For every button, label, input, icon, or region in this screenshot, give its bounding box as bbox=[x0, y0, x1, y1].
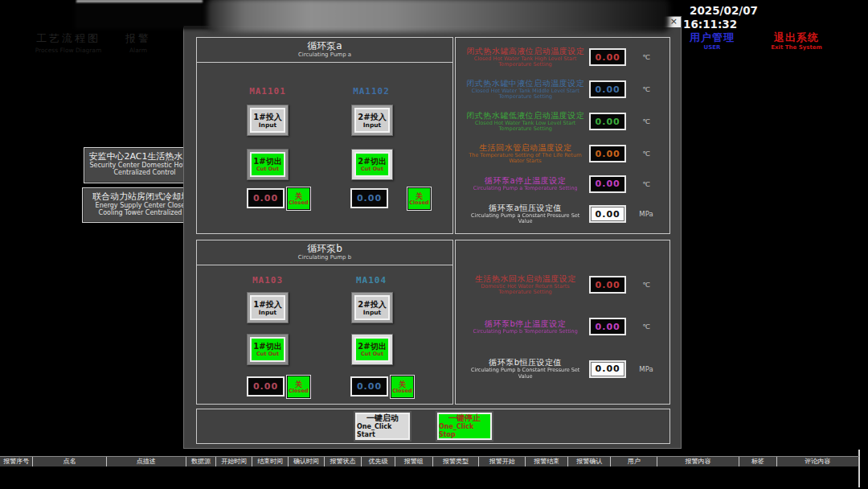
setting-a2-en: Closed Hot Water Tank Middle Level Start… bbox=[465, 88, 585, 101]
setting-a3-zh: 闭式热水罐低液位启动温度设定 bbox=[465, 111, 585, 120]
pump-a-2-status-badge: 关 Closed bbox=[407, 187, 431, 210]
setting-a4-en: The Temperature Setting of The Life Retu… bbox=[465, 153, 585, 165]
pump-b-title-en: Circulating Pump b bbox=[197, 254, 452, 261]
pump-b-2-input-zh: 2#投入 bbox=[358, 300, 386, 309]
pump-b-title-zh: 循环泵b bbox=[197, 243, 452, 254]
pump-a-2-cutout-en: Cut Out bbox=[361, 166, 383, 172]
setting-a5-en: Circulating Pump a Temperature Setting bbox=[465, 186, 585, 192]
alarm-column-header-13[interactable]: 报警结束 bbox=[526, 457, 568, 466]
setting-a6-value-input[interactable]: 0.00 bbox=[589, 205, 626, 223]
redaction-banner-dark bbox=[75, 2, 218, 29]
alarm-column-header-5[interactable]: 开始时间 bbox=[216, 457, 252, 466]
alarm-column-header-15[interactable]: 用户 bbox=[611, 457, 657, 466]
pump-b-1-value-display: 0.00 bbox=[247, 376, 285, 397]
pump-b-title: 循环泵b Circulating Pump b bbox=[197, 240, 452, 265]
user-management-button[interactable]: 用户管理 USER bbox=[678, 32, 747, 51]
pump-a-1-input-en: Input bbox=[259, 121, 276, 129]
alarm-table-header: 报警序号点名点描述数据源开始时间结束时间确认时间报警状态优先级报警组报警类型报警… bbox=[0, 456, 859, 466]
alarm-column-header-3[interactable]: 点描述 bbox=[107, 457, 186, 466]
pump-b-1-cutout-button[interactable]: 1#切出 Cut Out bbox=[247, 334, 289, 365]
pump-b-2-input-button[interactable]: 2#投入 Input bbox=[351, 292, 393, 323]
setting-row: 闭式热水罐中液位启动温度设定Closed Hot Water Tank Midd… bbox=[461, 79, 665, 101]
alarm-column-header-18[interactable]: 评论内容 bbox=[777, 457, 860, 466]
redaction-banner-gradient bbox=[207, 0, 669, 32]
setting-a3-en: Closed Hot Water Tank Low Level Start Te… bbox=[465, 121, 585, 133]
close-icon[interactable]: × bbox=[670, 16, 678, 27]
alarm-column-header-9[interactable]: 优先级 bbox=[362, 457, 395, 466]
pump-b-panel: 循环泵b Circulating Pump b MA103 MA104 1#投入… bbox=[196, 240, 453, 405]
nav-process-flow-zh: 工艺流程图 bbox=[21, 32, 116, 44]
setting-a5-unit: ℃ bbox=[633, 180, 660, 188]
nav-process-flow-diagram[interactable]: 工艺流程图 Process Flow Diagram bbox=[21, 32, 116, 54]
nav-alarm[interactable]: 报警 Alarm bbox=[115, 32, 162, 54]
alarm-column-header-2[interactable]: 点名 bbox=[33, 457, 107, 466]
setting-a4-zh: 生活回水管启动温度设定 bbox=[465, 143, 585, 152]
pump-a-1-cutout-button[interactable]: 1#切出 Cut Out bbox=[247, 149, 289, 180]
setting-b1-unit: ℃ bbox=[633, 281, 660, 289]
pump-b-2-status-zh: 关 bbox=[399, 380, 406, 388]
setting-a5-value-input[interactable]: 0.00 bbox=[589, 175, 626, 193]
setting-a4-value-input[interactable]: 0.00 bbox=[589, 145, 626, 162]
pump-b-2-cutout-zh: 2#切出 bbox=[358, 342, 386, 351]
alarm-column-header-6[interactable]: 结束时间 bbox=[252, 457, 289, 466]
pump-a-panel: 循环泵a Circulating Pump a MA1101 MA1102 1#… bbox=[196, 37, 453, 234]
setting-row: 生活热水回水启动温度设定Domestic Hot Water Return St… bbox=[461, 274, 665, 296]
pump-a-1-input-button[interactable]: 1#投入 Input bbox=[247, 105, 289, 136]
pump-b-1-input-button[interactable]: 1#投入 Input bbox=[247, 292, 289, 323]
pump-b-1-input-en: Input bbox=[259, 309, 276, 316]
exit-system-zh: 退出系统 bbox=[758, 32, 835, 43]
setting-row: 循环泵b恒压设定值Circulating Pump b Constant Pre… bbox=[461, 358, 665, 380]
setting-b2-zh: 循环泵b停止温度设定 bbox=[465, 319, 585, 328]
setting-a3-value-input[interactable]: 0.00 bbox=[589, 113, 626, 130]
pump-a-2-input-en: Input bbox=[363, 121, 381, 129]
pump-a-2-input-button[interactable]: 2#投入 Input bbox=[351, 105, 393, 136]
pump-a-title: 循环泵a Circulating Pump a bbox=[197, 38, 452, 63]
setting-a1-unit: ℃ bbox=[633, 53, 660, 61]
pump-b-2-cutout-button[interactable]: 2#切出 Cut Out bbox=[351, 334, 393, 365]
setting-row: 循环泵b停止温度设定Circulating Pump b Temperature… bbox=[461, 318, 665, 335]
setting-row: 循环泵a恒压设定值Circulating Pump a Constant Pre… bbox=[461, 203, 665, 225]
one-click-start-zh: 一键启动 bbox=[366, 413, 399, 423]
alarm-column-header-12[interactable]: 报警开始 bbox=[479, 457, 526, 466]
setting-row: 闭式热水罐低液位启动温度设定Closed Hot Water Tank Low … bbox=[461, 111, 665, 133]
alarm-column-header-14[interactable]: 报警确认 bbox=[568, 457, 611, 466]
alarm-column-header-1[interactable]: 报警序号 bbox=[0, 457, 33, 466]
nav-alarm-en: Alarm bbox=[115, 47, 162, 54]
setting-a2-zh: 闭式热水罐中液位启动温度设定 bbox=[465, 79, 585, 88]
setting-row: 循环泵a停止温度设定Circulating Pump a Temperature… bbox=[461, 175, 665, 193]
pump-b-tag-ma104: MA104 bbox=[331, 275, 411, 286]
alarm-column-header-8[interactable]: 报警状态 bbox=[325, 457, 362, 466]
pump-a-1-input-zh: 1#投入 bbox=[253, 113, 281, 121]
alarm-column-header-16[interactable]: 报警内容 bbox=[657, 457, 739, 466]
one-click-start-button[interactable]: 一键启动 One_Click Start bbox=[355, 413, 410, 440]
setting-b2-en: Circulating Pump b Temperature Setting bbox=[465, 329, 585, 335]
pump-a-tag-ma1101: MA1101 bbox=[227, 86, 308, 97]
pump-b-2-status-badge: 关 Closed bbox=[391, 376, 414, 398]
setting-a6-en: Circulating Pump a Constant Pressure Set… bbox=[465, 213, 585, 225]
one-click-stop-button[interactable]: 一键停止 One_Click Stop bbox=[437, 413, 492, 440]
setting-a2-value-input[interactable]: 0.00 bbox=[589, 80, 626, 98]
pump-b-1-status-en: Closed bbox=[289, 388, 308, 394]
setting-a1-value-input[interactable]: 0.00 bbox=[589, 48, 626, 66]
pump-b-2-input-en: Input bbox=[363, 309, 381, 316]
setting-b1-value-input[interactable]: 0.00 bbox=[589, 276, 626, 294]
setting-a4-unit: ℃ bbox=[633, 150, 660, 158]
pump-a-2-cutout-button[interactable]: 2#切出 Cut Out bbox=[351, 149, 393, 180]
pump-b-1-cutout-zh: 1#切出 bbox=[253, 342, 281, 351]
pump-a-tag-ma1102: MA1102 bbox=[331, 86, 411, 97]
one-click-start-en: One_Click Start bbox=[357, 423, 408, 439]
alarm-column-header-7[interactable]: 确认时间 bbox=[289, 457, 325, 466]
setting-b2-value-input[interactable]: 0.00 bbox=[589, 318, 626, 335]
one-click-panel: 一键启动 One_Click Start 一键停止 One_Click Stop bbox=[196, 409, 670, 444]
alarm-column-header-4[interactable]: 数据源 bbox=[186, 457, 217, 466]
pump-a-1-status-badge: 关 Closed bbox=[287, 187, 310, 210]
setting-a6-zh: 循环泵a恒压设定值 bbox=[465, 203, 585, 212]
setting-a2-unit: ℃ bbox=[633, 85, 660, 93]
setting-row: 闭式热水罐高液位启动温度设定Closed Hot Water Tank High… bbox=[461, 47, 665, 68]
setting-b3-value-input[interactable]: 0.00 bbox=[589, 360, 626, 378]
alarm-column-header-10[interactable]: 报警组 bbox=[395, 457, 433, 466]
alarm-column-header-11[interactable]: 报警类型 bbox=[433, 457, 480, 466]
system-date: 2025/02/07 bbox=[690, 4, 758, 17]
exit-system-button[interactable]: 退出系统 Exit The System bbox=[758, 32, 835, 51]
alarm-column-header-17[interactable]: 标签 bbox=[739, 457, 777, 466]
